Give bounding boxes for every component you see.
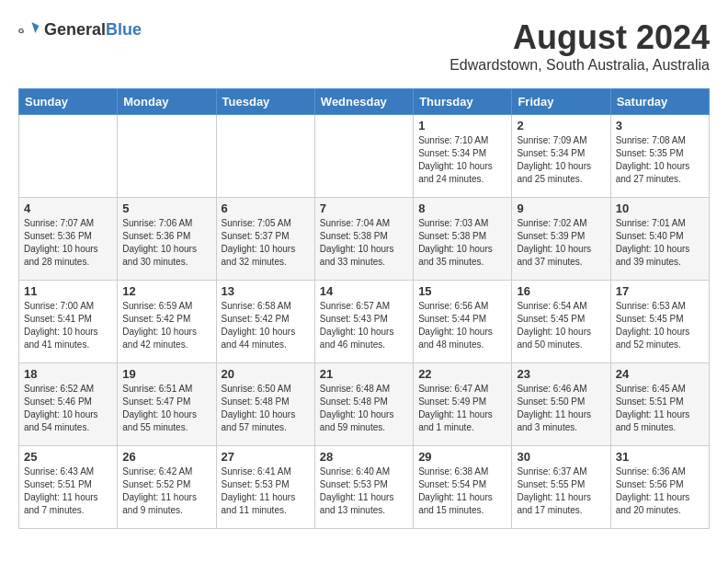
day-info: Sunrise: 6:42 AM Sunset: 5:52 PM Dayligh… xyxy=(122,465,210,517)
weekday-header-thursday: Thursday xyxy=(414,89,512,115)
calendar-cell: 4Sunrise: 7:07 AM Sunset: 5:36 PM Daylig… xyxy=(19,198,118,281)
day-info: Sunrise: 6:59 AM Sunset: 5:42 PM Dayligh… xyxy=(122,300,210,351)
day-number: 5 xyxy=(122,201,210,215)
svg-text:G: G xyxy=(18,27,24,35)
day-number: 26 xyxy=(122,450,210,464)
weekday-header-row: SundayMondayTuesdayWednesdayThursdayFrid… xyxy=(19,89,710,115)
weekday-header-tuesday: Tuesday xyxy=(216,89,314,115)
calendar-cell: 12Sunrise: 6:59 AM Sunset: 5:42 PM Dayli… xyxy=(118,281,216,363)
day-number: 29 xyxy=(418,450,506,464)
title-block: August 2024 Edwardstown, South Australia… xyxy=(449,18,710,74)
day-info: Sunrise: 6:45 AM Sunset: 5:51 PM Dayligh… xyxy=(616,383,704,434)
weekday-header-monday: Monday xyxy=(118,89,216,115)
day-number: 18 xyxy=(24,367,112,381)
calendar-week-row: 25Sunrise: 6:43 AM Sunset: 5:51 PM Dayli… xyxy=(19,446,710,529)
day-info: Sunrise: 7:01 AM Sunset: 5:40 PM Dayligh… xyxy=(616,217,704,269)
logo-blue: Blue xyxy=(106,20,142,39)
day-number: 21 xyxy=(320,367,408,381)
day-number: 15 xyxy=(418,284,506,298)
location-title: Edwardstown, South Australia, Australia xyxy=(449,57,710,74)
day-info: Sunrise: 7:02 AM Sunset: 5:39 PM Dayligh… xyxy=(517,217,605,269)
calendar-cell: 5Sunrise: 7:06 AM Sunset: 5:36 PM Daylig… xyxy=(118,198,216,281)
calendar-cell: 28Sunrise: 6:40 AM Sunset: 5:53 PM Dayli… xyxy=(314,446,413,529)
day-number: 4 xyxy=(24,201,112,215)
day-number: 3 xyxy=(616,119,704,132)
calendar-cell: 25Sunrise: 6:43 AM Sunset: 5:51 PM Dayli… xyxy=(19,446,118,529)
calendar-week-row: 18Sunrise: 6:52 AM Sunset: 5:46 PM Dayli… xyxy=(19,363,710,446)
day-info: Sunrise: 6:56 AM Sunset: 5:44 PM Dayligh… xyxy=(418,300,506,351)
day-info: Sunrise: 6:43 AM Sunset: 5:51 PM Dayligh… xyxy=(24,465,112,517)
day-number: 2 xyxy=(517,119,605,132)
day-number: 20 xyxy=(222,367,310,381)
logo-general: General xyxy=(44,20,106,39)
calendar-cell: 29Sunrise: 6:38 AM Sunset: 5:54 PM Dayli… xyxy=(414,446,512,529)
month-title: August 2024 xyxy=(449,18,710,57)
calendar-cell: 30Sunrise: 6:37 AM Sunset: 5:55 PM Dayli… xyxy=(512,446,610,529)
calendar-cell: 16Sunrise: 6:54 AM Sunset: 5:45 PM Dayli… xyxy=(512,281,610,363)
calendar-cell: 22Sunrise: 6:47 AM Sunset: 5:49 PM Dayli… xyxy=(414,363,512,446)
calendar-cell xyxy=(314,115,413,198)
day-info: Sunrise: 7:05 AM Sunset: 5:37 PM Dayligh… xyxy=(222,217,310,269)
calendar-cell xyxy=(216,115,314,198)
calendar-cell: 21Sunrise: 6:48 AM Sunset: 5:48 PM Dayli… xyxy=(314,363,413,446)
day-number: 17 xyxy=(616,284,704,298)
day-info: Sunrise: 7:06 AM Sunset: 5:36 PM Dayligh… xyxy=(122,217,210,269)
day-info: Sunrise: 6:50 AM Sunset: 5:48 PM Dayligh… xyxy=(222,383,310,434)
day-info: Sunrise: 7:07 AM Sunset: 5:36 PM Dayligh… xyxy=(24,217,112,269)
day-number: 7 xyxy=(320,201,408,215)
day-number: 28 xyxy=(320,450,408,464)
calendar-cell: 27Sunrise: 6:41 AM Sunset: 5:53 PM Dayli… xyxy=(216,446,314,529)
day-info: Sunrise: 6:38 AM Sunset: 5:54 PM Dayligh… xyxy=(418,465,506,517)
calendar-cell: 14Sunrise: 6:57 AM Sunset: 5:43 PM Dayli… xyxy=(314,281,413,363)
day-number: 24 xyxy=(616,367,704,381)
day-info: Sunrise: 6:54 AM Sunset: 5:45 PM Dayligh… xyxy=(517,300,605,351)
calendar-week-row: 4Sunrise: 7:07 AM Sunset: 5:36 PM Daylig… xyxy=(19,198,710,281)
day-info: Sunrise: 6:52 AM Sunset: 5:46 PM Dayligh… xyxy=(24,383,112,434)
calendar-cell xyxy=(118,115,216,198)
day-info: Sunrise: 7:00 AM Sunset: 5:41 PM Dayligh… xyxy=(24,300,112,351)
calendar-cell xyxy=(19,115,118,198)
day-info: Sunrise: 7:10 AM Sunset: 5:34 PM Dayligh… xyxy=(418,134,506,186)
day-number: 14 xyxy=(320,284,408,298)
day-info: Sunrise: 7:03 AM Sunset: 5:38 PM Dayligh… xyxy=(418,217,506,269)
calendar-week-row: 1Sunrise: 7:10 AM Sunset: 5:34 PM Daylig… xyxy=(19,115,710,198)
day-number: 30 xyxy=(517,450,605,464)
calendar-cell: 19Sunrise: 6:51 AM Sunset: 5:47 PM Dayli… xyxy=(118,363,216,446)
day-info: Sunrise: 6:57 AM Sunset: 5:43 PM Dayligh… xyxy=(320,300,408,351)
calendar-cell: 20Sunrise: 6:50 AM Sunset: 5:48 PM Dayli… xyxy=(216,363,314,446)
day-number: 9 xyxy=(517,201,605,215)
weekday-header-friday: Friday xyxy=(512,89,610,115)
calendar-table: SundayMondayTuesdayWednesdayThursdayFrid… xyxy=(18,88,710,529)
logo: G GeneralBlue xyxy=(18,18,142,40)
calendar-cell: 24Sunrise: 6:45 AM Sunset: 5:51 PM Dayli… xyxy=(610,363,709,446)
day-info: Sunrise: 6:53 AM Sunset: 5:45 PM Dayligh… xyxy=(616,300,704,351)
calendar-cell: 8Sunrise: 7:03 AM Sunset: 5:38 PM Daylig… xyxy=(414,198,512,281)
day-info: Sunrise: 7:04 AM Sunset: 5:38 PM Dayligh… xyxy=(320,217,408,269)
calendar-cell: 17Sunrise: 6:53 AM Sunset: 5:45 PM Dayli… xyxy=(610,281,709,363)
day-number: 8 xyxy=(418,201,506,215)
day-info: Sunrise: 7:09 AM Sunset: 5:34 PM Dayligh… xyxy=(517,134,605,186)
calendar-cell: 9Sunrise: 7:02 AM Sunset: 5:39 PM Daylig… xyxy=(512,198,610,281)
day-info: Sunrise: 6:47 AM Sunset: 5:49 PM Dayligh… xyxy=(418,383,506,434)
calendar-cell: 11Sunrise: 7:00 AM Sunset: 5:41 PM Dayli… xyxy=(19,281,118,363)
calendar-cell: 15Sunrise: 6:56 AM Sunset: 5:44 PM Dayli… xyxy=(414,281,512,363)
day-info: Sunrise: 6:36 AM Sunset: 5:56 PM Dayligh… xyxy=(616,465,704,517)
calendar-cell: 3Sunrise: 7:08 AM Sunset: 5:35 PM Daylig… xyxy=(610,115,709,198)
page-header: G GeneralBlue August 2024 Edwardstown, S… xyxy=(18,18,710,74)
day-number: 11 xyxy=(24,284,112,298)
day-number: 13 xyxy=(222,284,310,298)
day-number: 1 xyxy=(418,119,506,132)
day-info: Sunrise: 6:37 AM Sunset: 5:55 PM Dayligh… xyxy=(517,465,605,517)
logo-text: GeneralBlue xyxy=(44,20,142,40)
day-number: 6 xyxy=(222,201,310,215)
calendar-cell: 2Sunrise: 7:09 AM Sunset: 5:34 PM Daylig… xyxy=(512,115,610,198)
calendar-week-row: 11Sunrise: 7:00 AM Sunset: 5:41 PM Dayli… xyxy=(19,281,710,363)
calendar-cell: 18Sunrise: 6:52 AM Sunset: 5:46 PM Dayli… xyxy=(19,363,118,446)
day-info: Sunrise: 6:40 AM Sunset: 5:53 PM Dayligh… xyxy=(320,465,408,517)
day-info: Sunrise: 6:58 AM Sunset: 5:42 PM Dayligh… xyxy=(222,300,310,351)
calendar-cell: 1Sunrise: 7:10 AM Sunset: 5:34 PM Daylig… xyxy=(414,115,512,198)
calendar-cell: 26Sunrise: 6:42 AM Sunset: 5:52 PM Dayli… xyxy=(118,446,216,529)
day-info: Sunrise: 6:46 AM Sunset: 5:50 PM Dayligh… xyxy=(517,383,605,434)
weekday-header-saturday: Saturday xyxy=(610,89,709,115)
day-info: Sunrise: 6:51 AM Sunset: 5:47 PM Dayligh… xyxy=(122,383,210,434)
